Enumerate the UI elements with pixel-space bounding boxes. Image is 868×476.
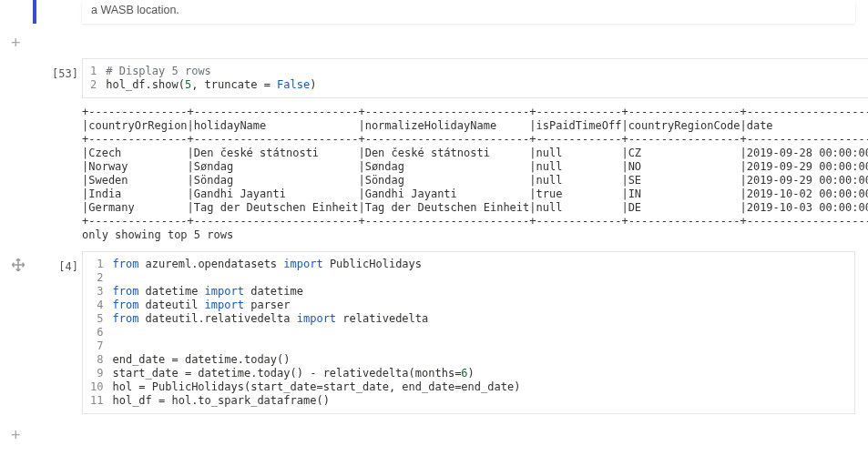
add-cell-button[interactable]: +	[0, 33, 32, 53]
cell-output: +---------------+-----------------------…	[82, 98, 868, 246]
execution-count: [4]	[36, 251, 82, 273]
move-handle-icon[interactable]	[10, 257, 26, 273]
add-cell-button[interactable]: +	[0, 425, 32, 445]
code-editor[interactable]: 12 # Display 5 rows hol_df.show(5, trunc…	[82, 58, 868, 98]
markdown-text: a WASB location.	[91, 4, 179, 16]
code-editor[interactable]: 1234567891011 from azureml.opendatasets …	[82, 251, 855, 414]
code-cell: [53] 12 # Display 5 rows hol_df.show(5, …	[0, 58, 868, 246]
code-cell: [4] 1234567891011 from azureml.opendatas…	[0, 251, 868, 414]
markdown-cell-fragment[interactable]: a WASB location.	[82, 0, 855, 24]
execution-count: [53]	[36, 58, 82, 80]
